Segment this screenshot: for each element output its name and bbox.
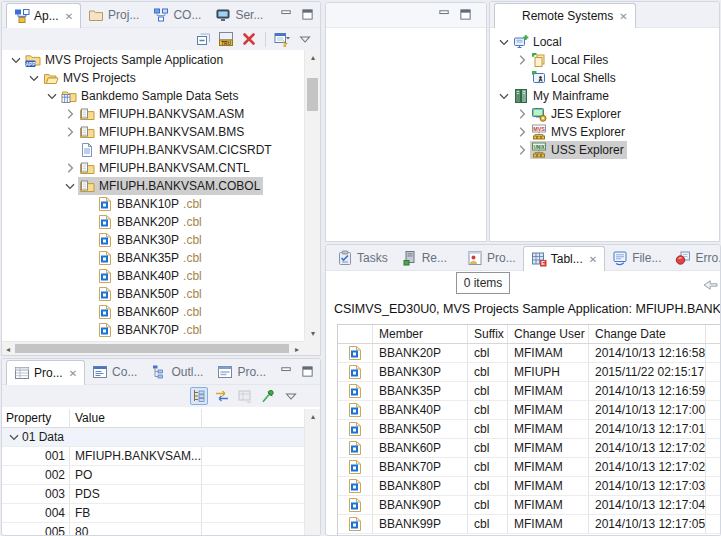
view-chevron-button[interactable]	[282, 387, 300, 405]
explorer-tree-item-mfiuph-bankvsam-cicsrdt[interactable]: MFIUPH.BANKVSAM.CICSRDT	[2, 141, 303, 159]
explorer-tree-item-bbank30p[interactable]: BBANK30P.cbl	[2, 231, 303, 249]
table-tab-pro[interactable]: Pro...	[460, 246, 523, 270]
remote-tree-item-jes-explorer[interactable]: JES Explorer	[490, 105, 719, 123]
explorer-tree-item-bbank35p[interactable]: BBANK35P.cbl	[2, 249, 303, 267]
chevron-expanded-icon[interactable]	[26, 70, 42, 86]
explorer-tree-item-mfiuph-bankvsam-bms[interactable]: MFIUPH.BANKVSAM.BMS	[2, 123, 303, 141]
explorer-tab-ser[interactable]: Ser...	[208, 3, 270, 27]
explorer-tree-item-bbank40p[interactable]: BBANK40P.cbl	[2, 267, 303, 285]
minimize-icon[interactable]	[280, 365, 293, 378]
scroll-thumb[interactable]	[15, 344, 289, 353]
view-menu-button[interactable]	[273, 30, 291, 48]
chevron-expanded-icon[interactable]	[6, 429, 22, 445]
table-tab-file[interactable]: File...	[605, 246, 668, 270]
column-header-suffix[interactable]: Suffix	[468, 325, 508, 343]
scroll-up-icon[interactable]: ▴	[305, 409, 321, 423]
member-row-bbank60p[interactable]: BBANK60PcblMFIMAM2014/10/13 12:17:02	[338, 439, 720, 458]
tru-button[interactable]: TRU	[217, 30, 235, 48]
properties-vertical-scrollbar[interactable]: ▴	[304, 409, 320, 535]
editor-empty-area[interactable]	[326, 28, 486, 242]
explorer-tree-item-mvs-projects-sample-application[interactable]: APPMVS Projects Sample Application	[2, 51, 303, 69]
scroll-down-icon[interactable]: ▾	[305, 326, 321, 340]
explorer-tree-item-bbank50p[interactable]: BBANK50P.cbl	[2, 285, 303, 303]
close-tab-icon[interactable]: ✕	[589, 254, 597, 265]
chevron-expanded-icon[interactable]	[44, 88, 60, 104]
explorer-tree-item-mfiuph-bankvsam-cntl[interactable]: MFIUPH.BANKVSAM.CNTL	[2, 159, 303, 177]
explorer-tree-item-bbank60p[interactable]: BBANK60P.cbl	[2, 303, 303, 321]
explorer-tree-item-mfiuph-bankvsam-asm[interactable]: MFIUPH.BANKVSAM.ASM	[2, 105, 303, 123]
column-header-value[interactable]: Value	[70, 409, 202, 427]
member-row-bbank90p[interactable]: BBANK90PcblMFIMAM2014/10/13 12:17:04	[338, 496, 720, 515]
chevron-collapsed-icon[interactable]	[514, 52, 530, 68]
explorer-tree-item-mvs-projects[interactable]: MVS Projects	[2, 69, 303, 87]
pin-button[interactable]	[259, 387, 277, 405]
close-tab-icon[interactable]: ✕	[65, 11, 73, 22]
remote-tree-item-my-mainframe[interactable]: My Mainframe	[490, 87, 719, 105]
collapse-all-button[interactable]	[194, 30, 212, 48]
member-row-bbank50p[interactable]: BBANK50PcblMFIMAM2014/10/13 12:17:01	[338, 420, 720, 439]
properties-tab-co[interactable]: Co...	[85, 360, 144, 384]
restore-button[interactable]	[236, 387, 254, 405]
property-row-003[interactable]: 003PDS	[2, 485, 304, 504]
explorer-tree-item-mfiuph-bankvsam-cobol[interactable]: MFIUPH.BANKVSAM.COBOL	[2, 177, 303, 195]
column-header-change-date[interactable]: Change Date	[589, 325, 706, 343]
maximize-icon[interactable]	[459, 8, 472, 21]
member-row-bbank70p[interactable]: BBANK70PcblMFIMAM2014/10/13 12:17:02	[338, 458, 720, 477]
explorer-vertical-scrollbar[interactable]: ▴ ▾	[304, 50, 320, 340]
table-tab-re[interactable]: Re...	[395, 246, 454, 270]
view-chevron-button[interactable]	[296, 30, 314, 48]
chevron-collapsed-icon[interactable]	[62, 160, 78, 176]
member-row-bbank35p[interactable]: BBANK35PcblMFIMAM2014/10/13 12:16:59	[338, 382, 720, 401]
maximize-icon[interactable]	[301, 365, 314, 378]
scroll-thumb[interactable]	[307, 78, 318, 111]
member-row-bbank20p[interactable]: BBANK20PcblMFIMAM2014/10/13 12:16:58	[338, 344, 720, 363]
minimize-icon[interactable]	[280, 8, 293, 21]
sort-arrows-button[interactable]	[213, 387, 231, 405]
scroll-left-icon[interactable]: ◂	[2, 342, 14, 356]
close-tab-icon[interactable]: ✕	[619, 11, 627, 22]
chevron-expanded-icon[interactable]	[496, 34, 512, 50]
explorer-tab-co[interactable]: CO...	[146, 3, 208, 27]
table-tab-tasks[interactable]: Tasks	[330, 246, 395, 270]
remote-tree-item-uss-explorer[interactable]: UNIXUSS Explorer	[490, 141, 719, 159]
minimize-icon[interactable]	[438, 8, 451, 21]
chevron-expanded-icon[interactable]	[496, 88, 512, 104]
explorer-tree-item-bbank70p[interactable]: BBANK70P.cbl	[2, 321, 303, 339]
properties-tab-pro[interactable]: Pro...	[210, 360, 273, 384]
chevron-collapsed-icon[interactable]	[62, 106, 78, 122]
remote-tree-item-local-shells[interactable]: Local Shells	[490, 69, 719, 87]
scroll-up-icon[interactable]: ▴	[305, 50, 321, 64]
chevron-expanded-icon[interactable]	[8, 52, 24, 68]
column-header-property[interactable]: Property	[2, 409, 70, 427]
explorer-tab-ap[interactable]: Ap...✕	[6, 3, 81, 28]
member-row-bbank40p[interactable]: BBANK40PcblMFIMAM2014/10/13 12:17:00	[338, 401, 720, 420]
member-row-bbank30p[interactable]: BBANK30PcblMFIUPH2015/11/22 02:15:17	[338, 363, 720, 382]
tree-mode-button[interactable]	[190, 387, 208, 405]
chevron-expanded-icon[interactable]	[62, 178, 78, 194]
table-tab-erro[interactable]: Erro...	[668, 246, 721, 270]
explorer-tree-item-bbank10p[interactable]: BBANK10P.cbl	[2, 195, 303, 213]
property-row-01-data[interactable]: 01 Data	[2, 428, 304, 447]
delete-button[interactable]	[240, 30, 258, 48]
explorer-tree-item-bankdemo-sample-data-sets[interactable]: Bankdemo Sample Data Sets	[2, 87, 303, 105]
member-row-bbank99p[interactable]: BBANK99PcblMFIMAM2014/10/13 12:17:05	[338, 515, 720, 534]
explorer-tree-item-bbank20p[interactable]: BBANK20P.cbl	[2, 213, 303, 231]
property-row-001[interactable]: 001MFIUPH.BANKVSAM....	[2, 447, 304, 466]
close-tab-icon[interactable]: ✕	[69, 368, 77, 379]
properties-tab-outl[interactable]: Outl...	[144, 360, 210, 384]
properties-tab-pro[interactable]: Pro...✕	[6, 360, 85, 385]
property-row-002[interactable]: 002PO	[2, 466, 304, 485]
chevron-collapsed-icon[interactable]	[514, 106, 530, 122]
scroll-right-icon[interactable]: ▸	[291, 342, 303, 356]
property-row-004[interactable]: 004FB	[2, 504, 304, 523]
tab-remote-systems[interactable]: Remote Systems ✕	[494, 3, 636, 28]
remote-tree-item-local-files[interactable]: Local Files	[490, 51, 719, 69]
property-row-005[interactable]: 00580	[2, 523, 304, 536]
explorer-tab-proj[interactable]: Proj...	[81, 3, 146, 27]
chevron-collapsed-icon[interactable]	[514, 142, 530, 158]
remote-tree-item-mvs-explorer[interactable]: MVSMVS Explorer	[490, 123, 719, 141]
chevron-collapsed-icon[interactable]	[514, 124, 530, 140]
chevron-collapsed-icon[interactable]	[62, 124, 78, 140]
back-arrow-icon[interactable]	[702, 277, 718, 293]
column-header-change-user[interactable]: Change User	[508, 325, 589, 343]
